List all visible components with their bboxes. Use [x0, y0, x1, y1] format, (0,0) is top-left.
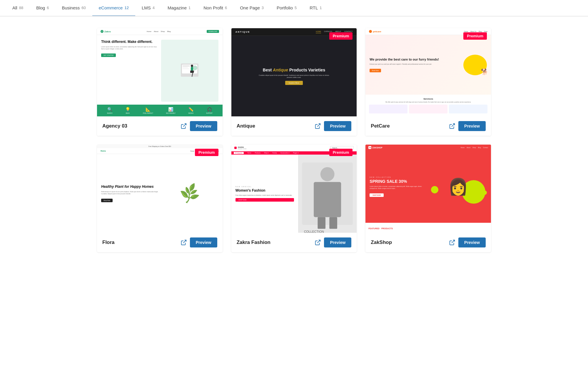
flora-cta: Shop Now [101, 199, 113, 202]
tab-portfolio-label: Portfolio [277, 5, 293, 10]
antique-name: Antique [237, 123, 255, 129]
theme-card-flora: Free Shipping on Orders Over $50 flora H… [97, 145, 223, 252]
agency03-hero-image [161, 40, 218, 102]
svg-rect-7 [191, 67, 193, 71]
tab-blog-label: Blog [36, 5, 45, 10]
antique-heading: Best Antique Products Varieties [263, 67, 325, 73]
zakra-fashion-premium-badge: Premium [329, 149, 353, 156]
zakshop-featured-section: FEATURED PRODUCTS [365, 223, 491, 233]
tab-nonprofit-count: 6 [225, 6, 227, 10]
zakra-fashion-footer: Zakra Fashion Preview [231, 233, 357, 252]
antique-external-link-icon[interactable] [315, 123, 321, 129]
petcare-preview-button[interactable]: Preview [458, 121, 486, 131]
zakshop-nav-about: About [467, 147, 470, 148]
agency03-svc-seo: 📊 SEO FRIENDLY [166, 107, 176, 114]
svg-point-14 [320, 167, 335, 181]
agency03-nav: Z Zakra Home About Shop Blog DOWNLOAD [97, 28, 223, 35]
zakra-logo-sub: ONLINE STORE [238, 148, 247, 150]
agency03-preview-button[interactable]: Preview [190, 121, 217, 131]
tab-blog[interactable]: Blog 6 [30, 0, 55, 16]
zakshop-preview-button[interactable]: Preview [458, 237, 486, 247]
petcare-logo-icon [369, 30, 372, 33]
zakshop-hero-text: NEW COLLECTION SPRING SALE 30% Lorem ips… [370, 176, 427, 197]
svg-line-9 [183, 124, 186, 127]
agency03-external-link-icon[interactable] [181, 123, 187, 129]
zakra-fashion-actions: Preview [315, 237, 351, 247]
zakshop-hero-image: 👩 [430, 177, 487, 196]
zakshop-featured-title: FEATURED PRODUCTS [368, 227, 393, 230]
antique-actions: Preview [315, 121, 351, 131]
zakshop-nav: 🛍 ZAKSHOP Home About Shop Blog Contact [365, 145, 491, 150]
zakra-cat-pages: Pages ▾ [293, 152, 299, 154]
tab-onepage[interactable]: One Page 3 [233, 0, 270, 16]
tab-ecommerce[interactable]: eCommerce 12 [92, 0, 135, 16]
zakra-new-arrival: NEW ARRIVAL [235, 186, 294, 188]
flora-preview-button[interactable]: Preview [190, 237, 217, 247]
zakshop-nav-contact: Contact [483, 147, 488, 148]
theme-preview-petcare: petcare Home About Us Blog Shop We provi… [365, 28, 491, 116]
tab-portfolio[interactable]: Portfolio 5 [270, 0, 303, 16]
zakra-fashion-preview-button[interactable]: Preview [324, 237, 351, 247]
tab-lms[interactable]: LMS 4 [135, 0, 161, 16]
zakshop-blob2-decoration [482, 190, 487, 195]
antique-nav-home: HOME [316, 31, 321, 33]
zakra-logo: ZAKRA ONLINE STORE [234, 146, 247, 150]
zakshop-heading: SPRING SALE 30% [370, 179, 427, 184]
zakra-fashion-name: Zakra Fashion [237, 240, 270, 245]
theme-card-zakshop: 🛍 ZAKSHOP Home About Shop Blog Contact N… [365, 145, 491, 252]
tab-magazine-label: Magazine [168, 5, 187, 10]
tab-ecommerce-count: 12 [124, 6, 128, 10]
flora-name: Flora [102, 240, 115, 245]
zakra-shop-btn: SHOP NOW [235, 198, 294, 202]
zakshop-featured-label: FEATURED [368, 227, 380, 230]
tab-magazine[interactable]: Magazine 1 [161, 0, 197, 16]
petcare-dog-icon: 🐕 [481, 68, 488, 75]
petcare-premium-badge: Premium [463, 32, 487, 40]
tab-onepage-count: 3 [262, 6, 264, 10]
zakshop-new-collection: NEW COLLECTION [370, 176, 427, 178]
agency03-name: Agency 03 [102, 123, 127, 129]
svg-line-11 [452, 124, 455, 127]
tab-business-count: 60 [81, 6, 86, 10]
flora-hero-text: Healthy Plant for Happy Homes Pellentesq… [101, 185, 158, 202]
tab-nonprofit[interactable]: Non Profit 6 [197, 0, 233, 16]
agency03-svc-design: ✏️ DESIGN [188, 107, 193, 114]
zakshop-nav-links: Home About Shop Blog Contact [461, 147, 488, 148]
zakshop-external-link-icon[interactable] [449, 239, 455, 246]
zakra-categories-btn: ☰ Categories [234, 152, 244, 154]
antique-preview-button[interactable]: Preview [324, 121, 351, 131]
flora-premium-badge: Premium [195, 149, 218, 156]
petcare-services-row [369, 105, 487, 113]
tab-lms-label: LMS [142, 5, 151, 10]
svg-line-21 [452, 240, 455, 243]
tab-lms-count: 4 [153, 6, 155, 10]
theme-card-zakra-fashion: ZAKRA ONLINE STORE Search... ☰ Categorie… [231, 145, 357, 252]
tab-rtl[interactable]: RTL 1 [303, 0, 328, 16]
antique-hero: Best Antique Products Varieties Curabitu… [231, 36, 357, 116]
tab-business-label: Business [62, 5, 80, 10]
agency03-nav-download: DOWNLOAD [207, 30, 219, 33]
tab-rtl-label: RTL [310, 5, 318, 10]
zakshop-cta: SHOP NOW [370, 193, 384, 197]
svg-text:COLLECTION: COLLECTION [304, 230, 324, 233]
tab-business[interactable]: Business 60 [55, 0, 92, 16]
zakshop-logo: 🛍 ZAKSHOP [368, 146, 382, 149]
theme-card-agency03: Z Zakra Home About Shop Blog DOWNLOAD Th… [97, 28, 223, 136]
zakra-cat-home: Home [247, 152, 251, 154]
flora-hero-image: 🌿 [161, 185, 218, 202]
tab-all[interactable]: All 88 [6, 0, 30, 16]
flora-external-link-icon[interactable] [181, 239, 187, 246]
agency03-nav-links: Home About Shop Blog [147, 31, 171, 32]
zakra-fashion-external-link-icon[interactable] [315, 239, 321, 246]
petcare-external-link-icon[interactable] [449, 123, 455, 129]
zakshop-products-label: PRODUCTS [381, 227, 393, 230]
petcare-hero-text: We provide the best care to our furry fr… [370, 57, 460, 72]
petcare-mock: petcare Home About Us Blog Shop We provi… [365, 28, 491, 116]
svg-line-20 [318, 240, 320, 243]
svg-rect-2 [183, 66, 190, 66]
zakshop-logo-icon: 🛍 [368, 146, 371, 149]
zakra-mock: ZAKRA ONLINE STORE Search... ☰ Categorie… [231, 145, 357, 233]
zakra-logo-icon [234, 147, 237, 149]
tab-all-count: 88 [19, 6, 23, 10]
svg-rect-17 [329, 217, 337, 229]
